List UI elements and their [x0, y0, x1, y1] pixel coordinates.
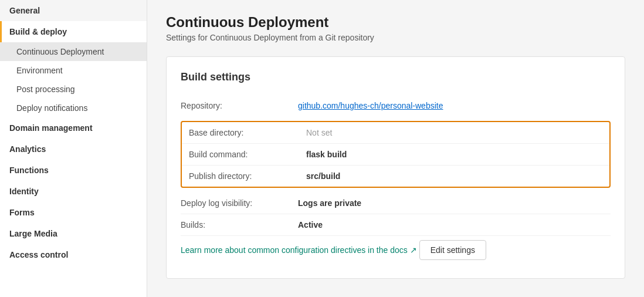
page-title: Continuous Deployment — [166, 14, 625, 31]
builds-label: Builds: — [181, 220, 298, 230]
sidebar-item-environment[interactable]: Environment — [0, 61, 147, 80]
build-settings-card: Build settings Repository: github.com/hu… — [166, 56, 625, 279]
page-subtitle: Settings for Continuous Deployment from … — [166, 33, 625, 42]
base-directory-row: Base directory: Not set — [182, 122, 609, 144]
card-title: Build settings — [181, 71, 611, 83]
external-link-icon: ↗ — [410, 245, 417, 255]
highlighted-settings-box: Base directory: Not set Build command: f… — [181, 121, 611, 188]
sidebar-item-identity[interactable]: Identity — [0, 181, 147, 202]
sidebar: General Build & deploy Continuous Deploy… — [0, 0, 147, 297]
edit-settings-button[interactable]: Edit settings — [419, 240, 486, 260]
builds-row: Builds: Active — [181, 214, 611, 236]
publish-directory-row: Publish directory: src/build — [182, 166, 609, 187]
repository-label: Repository: — [181, 101, 298, 110]
deploy-log-row: Deploy log visibility: Logs are private — [181, 193, 611, 214]
learn-more-link[interactable]: Learn more about common configuration di… — [181, 245, 417, 255]
build-command-value: flask build — [306, 150, 347, 159]
repository-link[interactable]: github.com/hughes-ch/personal-website — [298, 101, 443, 110]
learn-more-text: Learn more about common configuration di… — [181, 245, 408, 255]
deploy-log-value: Logs are private — [298, 198, 361, 208]
deploy-log-label: Deploy log visibility: — [181, 198, 298, 208]
publish-directory-label: Publish directory: — [189, 171, 306, 181]
builds-value: Active — [298, 220, 323, 230]
build-command-label: Build command: — [189, 150, 306, 159]
sidebar-item-forms[interactable]: Forms — [0, 202, 147, 223]
sidebar-item-domain-management[interactable]: Domain management — [0, 117, 147, 139]
base-directory-value: Not set — [306, 128, 332, 137]
build-command-row: Build command: flask build — [182, 144, 609, 166]
sidebar-item-analytics[interactable]: Analytics — [0, 139, 147, 160]
sidebar-item-deploy-notifications[interactable]: Deploy notifications — [0, 99, 147, 117]
sidebar-item-access-control[interactable]: Access control — [0, 244, 147, 265]
sidebar-item-general[interactable]: General — [0, 0, 147, 21]
sidebar-item-continuous-deployment[interactable]: Continuous Deployment — [0, 42, 147, 61]
main-content: Continuous Deployment Settings for Conti… — [147, 0, 644, 297]
publish-directory-value: src/build — [306, 171, 340, 181]
sidebar-item-large-media[interactable]: Large Media — [0, 223, 147, 244]
repository-row: Repository: github.com/hughes-ch/persona… — [181, 95, 611, 116]
sidebar-item-build-deploy[interactable]: Build & deploy — [0, 21, 147, 42]
base-directory-label: Base directory: — [189, 128, 306, 137]
sidebar-item-functions[interactable]: Functions — [0, 160, 147, 181]
sidebar-item-post-processing[interactable]: Post processing — [0, 80, 147, 99]
